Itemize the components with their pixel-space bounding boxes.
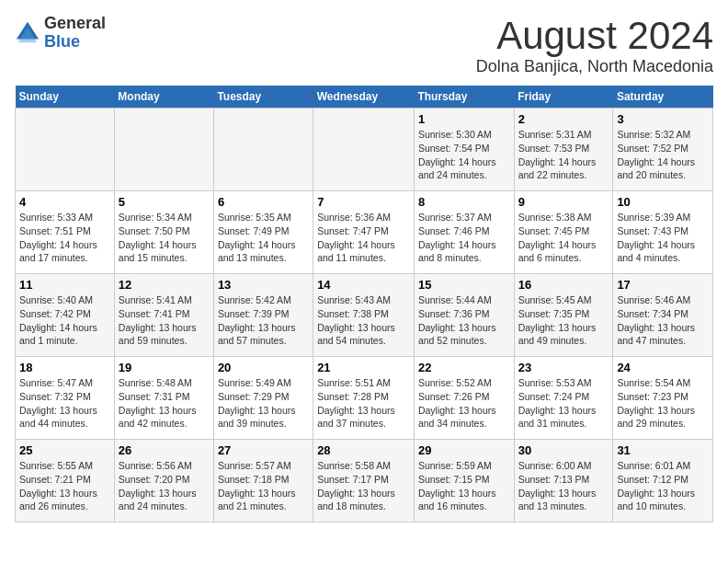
logo-general-text: General [44, 15, 106, 33]
day-info: Sunrise: 5:35 AM Sunset: 7:49 PM Dayligh… [218, 211, 309, 265]
day-info: Sunrise: 5:32 AM Sunset: 7:52 PM Dayligh… [617, 128, 709, 182]
day-number: 11 [19, 278, 110, 292]
calendar-cell: 24Sunrise: 5:54 AM Sunset: 7:23 PM Dayli… [613, 357, 713, 440]
day-info: Sunrise: 5:40 AM Sunset: 7:42 PM Dayligh… [19, 293, 110, 348]
day-header-tuesday: Tuesday [213, 86, 313, 109]
calendar-cell: 13Sunrise: 5:42 AM Sunset: 7:39 PM Dayli… [213, 274, 313, 357]
day-number: 21 [317, 361, 410, 374]
day-number: 4 [19, 195, 110, 209]
day-info: Sunrise: 5:46 AM Sunset: 7:34 PM Dayligh… [617, 293, 709, 348]
calendar-cell: 5Sunrise: 5:34 AM Sunset: 7:50 PM Daylig… [114, 191, 213, 274]
logo-icon [15, 20, 40, 46]
calendar-cell: 7Sunrise: 5:36 AM Sunset: 7:47 PM Daylig… [313, 191, 415, 274]
calendar-cell: 30Sunrise: 6:00 AM Sunset: 7:13 PM Dayli… [514, 440, 613, 523]
day-number: 13 [218, 278, 309, 292]
title-block: August 2024 Dolna Banjica, North Macedon… [476, 15, 713, 76]
day-info: Sunrise: 5:49 AM Sunset: 7:29 PM Dayligh… [218, 376, 309, 431]
calendar-cell: 29Sunrise: 5:59 AM Sunset: 7:15 PM Dayli… [414, 440, 514, 523]
day-info: Sunrise: 5:57 AM Sunset: 7:18 PM Dayligh… [218, 459, 309, 513]
day-number: 6 [218, 195, 309, 209]
day-header-wednesday: Wednesday [313, 86, 415, 109]
day-info: Sunrise: 5:51 AM Sunset: 7:28 PM Dayligh… [317, 376, 410, 431]
calendar-cell: 19Sunrise: 5:48 AM Sunset: 7:31 PM Dayli… [114, 357, 213, 440]
calendar-header-row: SundayMondayTuesdayWednesdayThursdayFrid… [16, 86, 713, 109]
calendar-cell: 16Sunrise: 5:45 AM Sunset: 7:35 PM Dayli… [514, 274, 613, 357]
day-info: Sunrise: 5:53 AM Sunset: 7:24 PM Dayligh… [518, 376, 609, 431]
day-info: Sunrise: 5:52 AM Sunset: 7:26 PM Dayligh… [418, 376, 510, 431]
day-number: 9 [518, 195, 609, 209]
calendar-cell: 22Sunrise: 5:52 AM Sunset: 7:26 PM Dayli… [414, 357, 514, 440]
day-header-saturday: Saturday [613, 86, 713, 109]
day-info: Sunrise: 5:42 AM Sunset: 7:39 PM Dayligh… [218, 293, 309, 348]
sub-title: Dolna Banjica, North Macedonia [476, 57, 713, 76]
day-number: 29 [418, 443, 510, 457]
calendar-cell: 25Sunrise: 5:55 AM Sunset: 7:21 PM Dayli… [16, 440, 115, 523]
calendar-week-row: 18Sunrise: 5:47 AM Sunset: 7:32 PM Dayli… [16, 357, 713, 440]
day-number: 27 [218, 443, 309, 457]
day-number: 10 [617, 195, 709, 209]
calendar-cell: 20Sunrise: 5:49 AM Sunset: 7:29 PM Dayli… [213, 357, 313, 440]
calendar-cell: 31Sunrise: 6:01 AM Sunset: 7:12 PM Dayli… [613, 440, 713, 523]
day-number: 18 [19, 361, 110, 374]
calendar-cell: 11Sunrise: 5:40 AM Sunset: 7:42 PM Dayli… [16, 274, 115, 357]
logo: General Blue [15, 15, 106, 52]
day-info: Sunrise: 5:36 AM Sunset: 7:47 PM Dayligh… [317, 211, 410, 265]
day-info: Sunrise: 5:55 AM Sunset: 7:21 PM Dayligh… [19, 459, 110, 513]
day-info: Sunrise: 5:47 AM Sunset: 7:32 PM Dayligh… [19, 376, 110, 431]
day-header-monday: Monday [114, 86, 213, 109]
day-number: 17 [617, 278, 709, 292]
day-info: Sunrise: 6:01 AM Sunset: 7:12 PM Dayligh… [617, 459, 709, 513]
day-number: 14 [317, 278, 410, 292]
calendar-cell: 9Sunrise: 5:38 AM Sunset: 7:45 PM Daylig… [514, 191, 613, 274]
calendar-cell: 14Sunrise: 5:43 AM Sunset: 7:38 PM Dayli… [313, 274, 415, 357]
calendar-cell: 26Sunrise: 5:56 AM Sunset: 7:20 PM Dayli… [114, 440, 213, 523]
day-number: 23 [518, 361, 609, 374]
day-header-sunday: Sunday [16, 86, 115, 109]
day-number: 31 [617, 443, 709, 457]
calendar-table: SundayMondayTuesdayWednesdayThursdayFrid… [15, 86, 713, 523]
page-header: General Blue August 2024 Dolna Banjica, … [15, 15, 713, 76]
day-header-thursday: Thursday [414, 86, 514, 109]
day-number: 5 [119, 195, 210, 209]
day-number: 1 [418, 112, 510, 126]
day-info: Sunrise: 5:31 AM Sunset: 7:53 PM Dayligh… [518, 128, 609, 182]
day-info: Sunrise: 5:44 AM Sunset: 7:36 PM Dayligh… [418, 293, 510, 348]
calendar-cell: 17Sunrise: 5:46 AM Sunset: 7:34 PM Dayli… [613, 274, 713, 357]
main-title: August 2024 [476, 15, 713, 57]
day-number: 20 [218, 361, 309, 374]
logo-blue-text: Blue [44, 33, 106, 52]
calendar-week-row: 4Sunrise: 5:33 AM Sunset: 7:51 PM Daylig… [16, 191, 713, 274]
calendar-cell [213, 109, 313, 191]
day-info: Sunrise: 5:45 AM Sunset: 7:35 PM Dayligh… [518, 293, 609, 348]
day-number: 16 [518, 278, 609, 292]
calendar-cell: 6Sunrise: 5:35 AM Sunset: 7:49 PM Daylig… [213, 191, 313, 274]
calendar-cell [16, 109, 115, 191]
day-info: Sunrise: 5:38 AM Sunset: 7:45 PM Dayligh… [518, 211, 609, 265]
day-number: 24 [617, 361, 709, 374]
calendar-week-row: 11Sunrise: 5:40 AM Sunset: 7:42 PM Dayli… [16, 274, 713, 357]
day-number: 30 [518, 443, 609, 457]
day-info: Sunrise: 5:30 AM Sunset: 7:54 PM Dayligh… [418, 128, 510, 182]
calendar-cell: 10Sunrise: 5:39 AM Sunset: 7:43 PM Dayli… [613, 191, 713, 274]
day-info: Sunrise: 6:00 AM Sunset: 7:13 PM Dayligh… [518, 459, 609, 513]
calendar-week-row: 25Sunrise: 5:55 AM Sunset: 7:21 PM Dayli… [16, 440, 713, 523]
calendar-cell: 3Sunrise: 5:32 AM Sunset: 7:52 PM Daylig… [613, 109, 713, 191]
day-number: 2 [518, 112, 609, 126]
day-info: Sunrise: 5:34 AM Sunset: 7:50 PM Dayligh… [119, 211, 210, 265]
calendar-cell [313, 109, 415, 191]
calendar-cell: 1Sunrise: 5:30 AM Sunset: 7:54 PM Daylig… [414, 109, 514, 191]
calendar-cell: 21Sunrise: 5:51 AM Sunset: 7:28 PM Dayli… [313, 357, 415, 440]
day-number: 28 [317, 443, 410, 457]
day-info: Sunrise: 5:39 AM Sunset: 7:43 PM Dayligh… [617, 211, 709, 265]
calendar-cell: 15Sunrise: 5:44 AM Sunset: 7:36 PM Dayli… [414, 274, 514, 357]
day-number: 7 [317, 195, 410, 209]
day-number: 15 [418, 278, 510, 292]
day-number: 19 [119, 361, 210, 374]
day-number: 12 [119, 278, 210, 292]
day-info: Sunrise: 5:48 AM Sunset: 7:31 PM Dayligh… [119, 376, 210, 431]
day-info: Sunrise: 5:58 AM Sunset: 7:17 PM Dayligh… [317, 459, 410, 513]
day-info: Sunrise: 5:59 AM Sunset: 7:15 PM Dayligh… [418, 459, 510, 513]
day-number: 26 [119, 443, 210, 457]
calendar-cell: 18Sunrise: 5:47 AM Sunset: 7:32 PM Dayli… [16, 357, 115, 440]
day-info: Sunrise: 5:37 AM Sunset: 7:46 PM Dayligh… [418, 211, 510, 265]
